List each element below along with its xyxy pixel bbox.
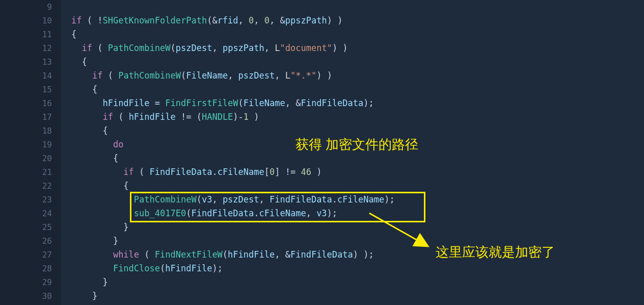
code-token: ( — [223, 249, 228, 260]
code-token: if — [92, 70, 102, 81]
code-token: } — [71, 236, 118, 246]
code-line[interactable]: { — [71, 179, 129, 193]
code-line[interactable]: hFindFile = FindFirstFileW(FileName, &Fi… — [71, 96, 374, 110]
code-token: { — [71, 153, 118, 163]
line-number: 11 — [42, 28, 52, 41]
code-token: ) ) — [332, 43, 348, 53]
code-line[interactable]: sub_4017E0(FindFileData.cFileName, v3); — [71, 207, 337, 220]
code-token: FindNextFileW — [155, 249, 223, 260]
code-token: PathCombineW — [134, 194, 197, 205]
code-line[interactable]: if ( PathCombineW(FileName, pszDest, L"*… — [71, 69, 332, 83]
code-line[interactable]: { — [71, 124, 108, 138]
code-token: , — [212, 43, 222, 53]
line-number: 22 — [42, 179, 52, 193]
code-token: { — [71, 29, 76, 39]
code-token: , — [306, 208, 316, 218]
code-token: ( — [238, 98, 244, 108]
code-line[interactable]: if ( FindFileData.cFileName[0] != 46 ) — [71, 165, 321, 179]
code-token — [71, 208, 134, 218]
code-token: if — [82, 43, 92, 53]
code-token: , — [212, 194, 222, 205]
code-token: ); — [363, 98, 373, 108]
code-token: HANDLE — [202, 112, 233, 122]
code-token — [71, 263, 113, 273]
code-token: hFindFile — [228, 249, 275, 260]
code-line[interactable]: if ( hFindFile != (HANDLE)-1 ) — [71, 110, 259, 124]
code-token: ( — [160, 263, 165, 273]
line-number: 17 — [42, 110, 52, 124]
code-token: 1 — [244, 112, 249, 122]
code-token: ( — [186, 208, 191, 218]
code-token: ( — [197, 194, 202, 205]
code-line[interactable]: if ( PathCombineW(pszDest, ppszPath, L"d… — [71, 41, 348, 55]
code-line[interactable]: { — [71, 28, 76, 41]
line-number: 28 — [42, 262, 52, 275]
code-token: PathCombineW — [118, 70, 181, 81]
code-token: . — [212, 167, 217, 177]
code-line[interactable]: { — [71, 151, 118, 165]
code-token: ( — [181, 70, 186, 81]
code-line[interactable]: do — [71, 138, 123, 151]
code-token: ); — [384, 194, 394, 205]
code-line[interactable]: } — [71, 275, 108, 289]
code-token: rfid — [218, 15, 238, 26]
code-token: { — [71, 125, 108, 136]
code-token: ppszPath — [285, 15, 327, 26]
code-token: , — [275, 70, 285, 81]
code-line[interactable]: if ( !SHGetKnownFolderPath(&rfid, 0, 0, … — [71, 14, 342, 28]
code-token: "*.*" — [290, 70, 316, 81]
code-token: ); — [327, 208, 337, 218]
code-token: SHGetKnownFolderPath — [102, 15, 207, 26]
code-token: ( — [139, 249, 155, 260]
code-token: FindFileData — [290, 249, 353, 260]
code-token: { — [71, 84, 97, 94]
code-token: ppszPath — [223, 43, 264, 53]
code-token: FindFirstFileW — [165, 98, 238, 108]
code-line[interactable]: FindClose(hFindFile); — [71, 262, 223, 275]
code-token — [71, 98, 102, 108]
code-line[interactable]: } — [71, 234, 118, 248]
code-line[interactable]: while ( FindNextFileW(hFindFile, &FindFi… — [71, 248, 374, 262]
code-line[interactable]: PathCombineW(v3, pszDest, FindFileData.c… — [71, 193, 395, 207]
line-number: 9 — [47, 0, 52, 14]
line-number: 18 — [42, 124, 52, 138]
code-token: , — [228, 70, 238, 81]
code-token: ] != — [275, 167, 301, 177]
code-token: do — [113, 139, 123, 149]
code-line[interactable]: { — [71, 83, 97, 96]
code-token: ) ); — [353, 249, 374, 260]
code-token: 0 — [264, 15, 270, 26]
code-token: PathCombineW — [108, 43, 171, 53]
code-token — [71, 167, 123, 177]
code-token: v3 — [202, 194, 212, 205]
code-token: } — [71, 277, 108, 287]
code-token: , — [264, 43, 275, 53]
code-token: , & — [270, 15, 285, 26]
breakpoint-gutter[interactable] — [0, 0, 25, 305]
code-line[interactable]: } — [71, 289, 97, 303]
code-token: pszDest — [223, 194, 259, 205]
code-line[interactable]: } — [71, 220, 129, 234]
code-token: 46 — [301, 167, 311, 177]
annotation-text-1: 获得 加密文件的路径 — [296, 136, 418, 154]
line-number: 14 — [42, 69, 52, 83]
code-token — [71, 70, 92, 81]
code-token: FindFileData — [270, 194, 332, 205]
line-number-gutter: 9101112131415161718192021222324252627282… — [25, 0, 56, 305]
code-token: FileName — [244, 98, 285, 108]
code-token: ( — [134, 167, 150, 177]
annotation-text-2: 这里应该就是加密了 — [436, 243, 555, 261]
code-token: v3 — [316, 208, 327, 218]
line-number: 24 — [42, 207, 52, 220]
line-number: 25 — [42, 220, 52, 234]
code-token: = — [150, 98, 166, 108]
line-number: 23 — [42, 193, 52, 207]
code-line[interactable]: { — [71, 55, 87, 69]
line-number: 12 — [42, 41, 52, 55]
code-token: ) ) — [327, 15, 343, 26]
code-token: ( — [102, 70, 118, 81]
line-number: 10 — [42, 14, 52, 28]
code-token: cFileName — [218, 167, 264, 177]
code-token: . — [332, 194, 337, 205]
code-token: L — [275, 43, 280, 53]
